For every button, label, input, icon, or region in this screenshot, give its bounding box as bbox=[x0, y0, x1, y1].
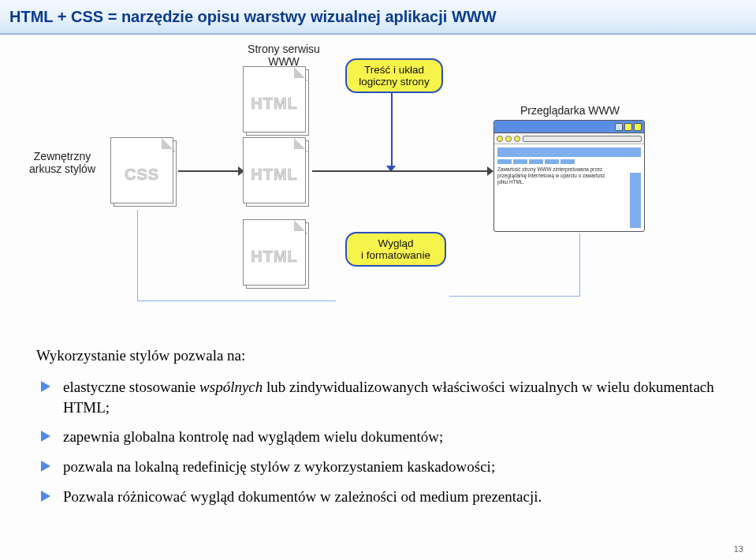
slide-title: HTML + CSS = narzędzie opisu warstwy wiz… bbox=[9, 8, 497, 26]
slide-body: Wykorzystanie stylów pozwala na: elastyc… bbox=[36, 347, 720, 516]
bubble-appearance-format: Wygląd i formatowanie bbox=[345, 232, 446, 267]
slide-header: HTML + CSS = narzędzie opisu warstwy wiz… bbox=[0, 0, 756, 35]
bullet-item: zapewnia globalna kontrolę nad wyglądem … bbox=[63, 427, 720, 447]
bullet-item: Pozwala różnicować wygląd dokumentów w z… bbox=[63, 487, 720, 507]
arrow-css-to-html bbox=[178, 170, 240, 172]
file-html-2: HTML bbox=[243, 137, 312, 208]
file-html-3: HTML bbox=[243, 219, 312, 290]
intro-text: Wykorzystanie stylów pozwala na: bbox=[36, 347, 720, 364]
caption-external-stylesheet: Zewnętrzny arkusz stylów bbox=[19, 150, 106, 175]
feedback-link-right bbox=[449, 233, 580, 297]
browser-rendered-text: Zawartość strony WWW zinterpretowana prz… bbox=[497, 166, 616, 185]
arrowhead-icon bbox=[487, 166, 493, 176]
file-css-label: CSS bbox=[110, 166, 173, 184]
file-html-2-label: HTML bbox=[243, 166, 306, 184]
page-number: 13 bbox=[734, 544, 743, 554]
file-css: CSS bbox=[110, 137, 180, 208]
browser-nav bbox=[494, 133, 644, 144]
browser-window: Zawartość strony WWW zinterpretowana prz… bbox=[493, 120, 645, 232]
arrow-bubble-to-html bbox=[391, 93, 393, 169]
file-html-3-label: HTML bbox=[243, 248, 306, 266]
caption-browser: Przeglądarka WWW bbox=[511, 104, 629, 117]
bullet-item: pozwala na lokalną redefinicję stylów z … bbox=[63, 457, 720, 477]
bubble-content-layout: Treść i układ logiczny strony bbox=[345, 58, 443, 93]
bullet-item: elastyczne stosowanie wspólnych lub zind… bbox=[63, 377, 720, 417]
caption-service-pages: Strony serwisu WWW bbox=[244, 43, 323, 68]
file-html-1-label: HTML bbox=[243, 95, 306, 113]
arrow-html-to-browser bbox=[312, 170, 489, 172]
file-html-1: HTML bbox=[243, 66, 312, 137]
bullet-list: elastyczne stosowanie wspólnych lub zind… bbox=[36, 377, 720, 506]
browser-titlebar bbox=[494, 121, 644, 133]
architecture-diagram: Zewnętrzny arkusz stylów Strony serwisu … bbox=[110, 47, 646, 323]
